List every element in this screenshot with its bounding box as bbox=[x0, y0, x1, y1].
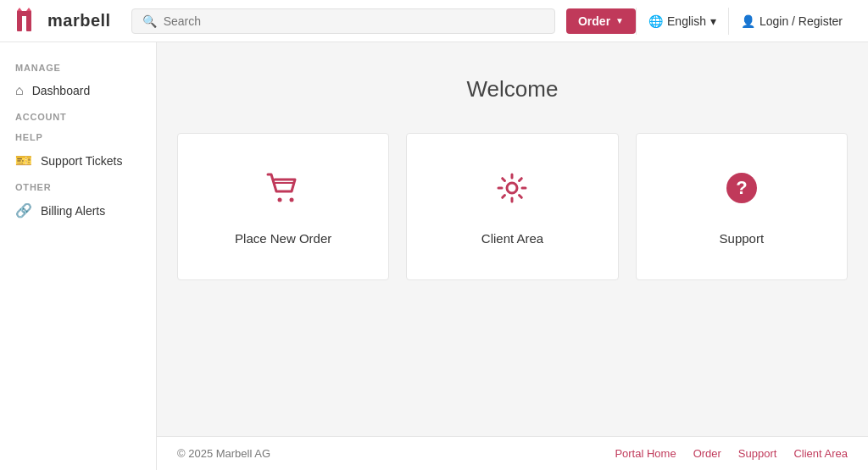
language-button[interactable]: 🌐 English ▾ bbox=[636, 8, 728, 35]
user-icon: 👤 bbox=[741, 14, 755, 28]
header: marbell 🔍 Order ▼ 🌐 English ▾ 👤 Login / … bbox=[0, 0, 868, 42]
logo-text: marbell bbox=[47, 11, 111, 30]
ticket-icon: 🎫 bbox=[15, 152, 32, 169]
order-button-label: Order bbox=[578, 14, 610, 28]
globe-icon: 🌐 bbox=[648, 14, 663, 28]
sidebar: MANAGE ⌂ Dashboard ACCOUNT HELP 🎫 Suppor… bbox=[0, 42, 157, 470]
sidebar-support-label: Support Tickets bbox=[41, 154, 123, 168]
search-icon: 🔍 bbox=[142, 14, 157, 28]
client-area-card[interactable]: Client Area bbox=[406, 133, 618, 280]
question-icon: ? bbox=[721, 168, 762, 218]
svg-marker-3 bbox=[17, 8, 22, 11]
copyright: © 2025 Marbell AG bbox=[177, 447, 270, 460]
svg-point-7 bbox=[507, 183, 517, 193]
footer-links: Portal Home Order Support Client Area bbox=[615, 447, 848, 460]
footer-link-order[interactable]: Order bbox=[693, 447, 721, 460]
support-label: Support bbox=[720, 231, 765, 246]
search-input[interactable] bbox=[164, 14, 544, 28]
login-register-button[interactable]: 👤 Login / Register bbox=[728, 8, 854, 35]
sidebar-section-other: OTHER bbox=[0, 175, 156, 196]
cards-row: Place New Order Client Area bbox=[177, 133, 848, 280]
order-dropdown-arrow: ▼ bbox=[615, 16, 624, 25]
main-content: Welcome Place New Order bbox=[157, 42, 868, 436]
search-bar: 🔍 bbox=[131, 8, 555, 34]
home-icon: ⌂ bbox=[15, 83, 24, 98]
gear-icon bbox=[492, 168, 532, 218]
svg-rect-2 bbox=[17, 11, 31, 16]
footer-link-portal-home[interactable]: Portal Home bbox=[615, 447, 676, 460]
sidebar-billing-label: Billing Alerts bbox=[41, 204, 105, 218]
place-new-order-card[interactable]: Place New Order bbox=[177, 133, 389, 280]
sidebar-item-support-tickets[interactable]: 🎫 Support Tickets bbox=[0, 146, 156, 175]
svg-text:?: ? bbox=[736, 177, 747, 198]
sidebar-item-billing-alerts[interactable]: 🔗 Billing Alerts bbox=[0, 196, 156, 225]
svg-point-6 bbox=[290, 198, 294, 202]
welcome-title: Welcome bbox=[467, 76, 559, 102]
sidebar-section-help: HELP bbox=[0, 125, 156, 146]
sidebar-section-account: ACCOUNT bbox=[0, 105, 156, 125]
support-card[interactable]: ? Support bbox=[636, 133, 848, 280]
sidebar-item-dashboard[interactable]: ⌂ Dashboard bbox=[0, 76, 156, 105]
logo-icon bbox=[14, 6, 44, 36]
cart-icon bbox=[263, 168, 303, 218]
link-icon: 🔗 bbox=[15, 202, 32, 218]
svg-point-5 bbox=[278, 198, 282, 202]
body-wrap: MANAGE ⌂ Dashboard ACCOUNT HELP 🎫 Suppor… bbox=[0, 42, 868, 470]
svg-marker-4 bbox=[26, 8, 31, 11]
place-new-order-label: Place New Order bbox=[235, 231, 331, 246]
footer: © 2025 Marbell AG Portal Home Order Supp… bbox=[157, 436, 868, 470]
main: Welcome Place New Order bbox=[157, 42, 868, 470]
language-label: English bbox=[667, 14, 706, 28]
sidebar-section-manage: MANAGE bbox=[0, 56, 156, 76]
login-label: Login / Register bbox=[760, 14, 843, 28]
header-right: Order ▼ 🌐 English ▾ 👤 Login / Register bbox=[566, 8, 854, 35]
footer-link-support[interactable]: Support bbox=[738, 447, 777, 460]
lang-dropdown-arrow: ▾ bbox=[710, 14, 716, 28]
footer-link-client-area[interactable]: Client Area bbox=[793, 447, 848, 460]
sidebar-dashboard-label: Dashboard bbox=[32, 84, 91, 97]
client-area-label: Client Area bbox=[481, 231, 543, 246]
logo[interactable]: marbell bbox=[14, 6, 111, 36]
order-button[interactable]: Order ▼ bbox=[566, 8, 636, 34]
